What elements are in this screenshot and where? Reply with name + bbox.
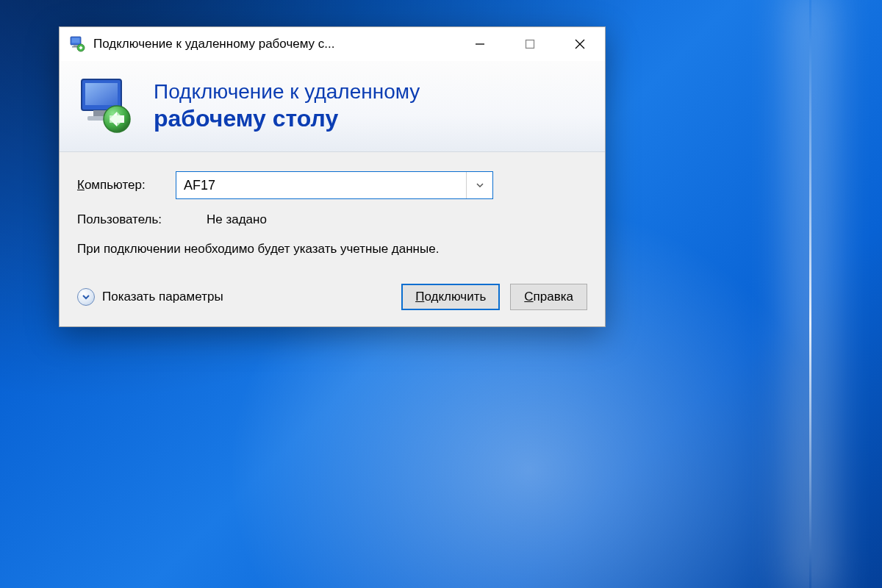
credentials-hint: При подключении необходимо будет указать… — [77, 240, 587, 259]
desktop-light-streak — [809, 0, 811, 588]
svg-rect-10 — [85, 83, 118, 105]
footer: Показать параметры Подключить Справка — [77, 284, 587, 310]
help-button[interactable]: Справка — [510, 284, 587, 310]
user-value: Не задано — [207, 212, 267, 227]
show-options-link[interactable]: Показать параметры — [102, 290, 223, 304]
computer-input[interactable] — [184, 178, 466, 193]
expand-chevron-icon[interactable] — [77, 288, 95, 306]
window-title: Подключение к удаленному рабочему с... — [93, 37, 455, 51]
header-text: Подключение к удаленному рабочему столу — [154, 79, 420, 133]
rdp-title-icon — [70, 36, 86, 52]
chevron-down-icon[interactable] — [466, 172, 492, 198]
svg-rect-1 — [72, 38, 80, 43]
maximize-button[interactable] — [505, 27, 555, 61]
form-area: Компьютер: Пользователь: Не задано При п… — [60, 152, 605, 326]
header-line1: Подключение к удаленному — [154, 79, 420, 104]
connect-button-label: Подключить — [415, 290, 486, 304]
titlebar[interactable]: Подключение к удаленному рабочему с... — [60, 27, 605, 61]
header-band: Подключение к удаленному рабочему столу — [60, 61, 605, 152]
rdp-header-icon — [77, 76, 137, 137]
computer-label: Компьютер: — [77, 178, 176, 193]
computer-combobox[interactable] — [176, 171, 493, 199]
computer-row: Компьютер: — [77, 171, 587, 199]
svg-rect-2 — [74, 45, 78, 46]
svg-rect-6 — [526, 40, 534, 49]
rdp-dialog: Подключение к удаленному рабочему с... — [59, 26, 606, 327]
help-button-label: Справка — [524, 290, 573, 304]
connect-button[interactable]: Подключить — [401, 284, 500, 310]
close-button[interactable] — [555, 27, 605, 61]
window-controls — [455, 27, 605, 61]
user-label: Пользователь: — [77, 212, 207, 227]
header-line2: рабочему столу — [154, 104, 420, 133]
user-row: Пользователь: Не задано — [77, 212, 587, 227]
minimize-button[interactable] — [455, 27, 505, 61]
